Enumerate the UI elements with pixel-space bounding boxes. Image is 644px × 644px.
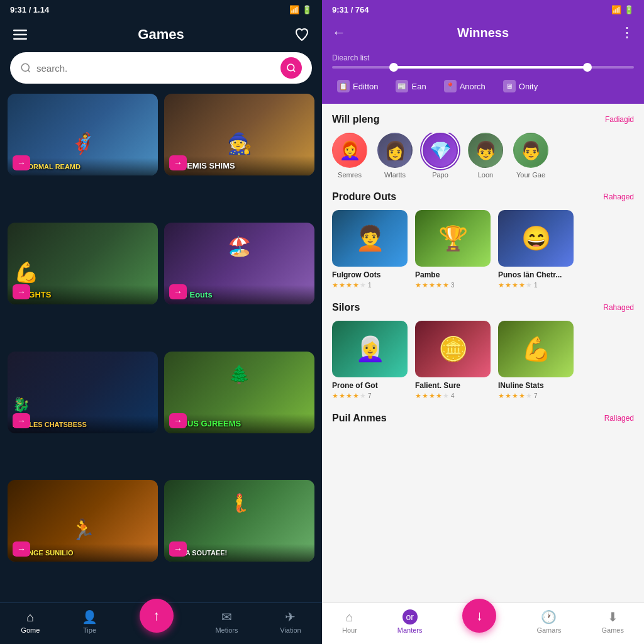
avatars-row: 👩‍🦰 Semres 👩 Wlartts 💎 Papo — [332, 133, 634, 179]
game-inuline[interactable]: 💪 INuline Stats ★ ★ ★ ★ ★ 7 — [498, 321, 574, 400]
game-arrow-7[interactable]: → — [13, 541, 30, 557]
right-filter-bar: Diearch list 📋 Editton 📰 Ean 📍 Anorch — [322, 50, 644, 104]
range-thumb-right[interactable] — [583, 63, 592, 72]
filter-tab-anorch[interactable]: 📍 Anorch — [439, 77, 491, 95]
avatar-loon[interactable]: 👦 Loon — [468, 133, 503, 179]
produre-outs-section: Produre Outs Rahaged 🧑‍🦱 Fulgrow Oots ★ … — [332, 191, 634, 289]
signal-icon: 📶 — [289, 5, 299, 14]
game-arrow-8[interactable]: → — [169, 541, 187, 557]
plane-icon-left: ✈ — [285, 609, 296, 625]
game-card-3[interactable]: 💪 WINGHTS → — [8, 223, 158, 304]
range-slider[interactable] — [332, 66, 634, 69]
game-title-pambe: Pambe — [415, 270, 491, 279]
avatar-name-loon: Loon — [478, 171, 493, 179]
game-thumb-punos: 😄 — [498, 210, 574, 267]
game-thumb-prone: 👩‍🦳 — [332, 321, 408, 377]
onity-icon: 🖥 — [503, 80, 516, 92]
svg-point-3 — [21, 64, 29, 71]
range-thumb-left[interactable] — [389, 63, 398, 72]
will-playing-header: Will pleng Fadiagid — [332, 114, 634, 125]
game-arrow-4[interactable]: → — [169, 284, 187, 299]
game-title-prone: Prone of Got — [332, 381, 408, 390]
editton-icon: 📋 — [337, 80, 350, 92]
silors-link[interactable]: Rahaged — [603, 303, 634, 312]
will-playing-title: Will pleng — [332, 114, 379, 125]
will-playing-link[interactable]: Fadiagid — [605, 115, 634, 124]
filter-tab-ean[interactable]: 📰 Ean — [391, 77, 431, 95]
avatar-name-yourgae: Your Gae — [516, 171, 545, 179]
menu-icon[interactable] — [10, 25, 30, 45]
avatar-circle-wlartts: 👩 — [377, 133, 413, 168]
puil-anmes-title: Puil Anmes — [332, 413, 387, 424]
avatar-papo[interactable]: 💎 Papo — [423, 133, 458, 179]
avatar-yourgae[interactable]: 👨 Your Gae — [513, 133, 548, 179]
silors-title: Silors — [332, 302, 360, 313]
game-thumb-fulgrow: 🧑‍🦱 — [332, 210, 408, 267]
left-nav-viation-label: Viation — [280, 626, 301, 634]
right-signal-icon: 📶 — [611, 5, 621, 14]
right-nav-gamars[interactable]: 🕐 Gamars — [536, 609, 561, 634]
game-fulgrow[interactable]: 🧑‍🦱 Fulgrow Oots ★ ★ ★ ★ ★ 1 — [332, 210, 408, 289]
game-card-7[interactable]: 🏃 ROONGE SUNILIO → — [8, 480, 158, 562]
right-nav-hour[interactable]: ⌂ Hour — [342, 610, 357, 634]
more-button[interactable]: ⋮ — [620, 25, 634, 41]
game-arrow-6[interactable]: → — [169, 413, 187, 428]
range-fill — [392, 66, 589, 69]
right-status-icons: 📶 🔋 — [611, 5, 634, 14]
filter-label: Diearch list — [332, 53, 634, 62]
back-button[interactable]: ← — [332, 25, 346, 41]
left-nav-gome-label: Gome — [21, 626, 40, 634]
right-nav-manters[interactable]: or Manters — [397, 609, 423, 634]
game-arrow-2[interactable]: → — [169, 155, 187, 170]
game-thumb-inuline: 💪 — [498, 321, 574, 377]
game-prone[interactable]: 👩‍🦳 Prone of Got ★ ★ ★ ★ ★ 7 — [332, 321, 408, 400]
game-card-1[interactable]: 🦸 ORKORMAL REAMD → — [8, 94, 158, 175]
right-nav-hour-label: Hour — [342, 626, 357, 634]
game-card-8[interactable]: 🧜 ROMA SOUTAEE! → — [164, 480, 314, 562]
left-fab-button[interactable]: ↑ — [140, 599, 174, 633]
right-header: 9:31 / 764 📶 🔋 ← Winness ⋮ Diearch list … — [322, 0, 644, 104]
filter-tab-onity[interactable]: 🖥 Onity — [498, 77, 543, 95]
puil-anmes-link[interactable]: Raliaged — [604, 414, 634, 423]
produre-outs-link[interactable]: Rahaged — [603, 192, 634, 201]
right-fab-button[interactable]: ↓ — [462, 599, 496, 633]
game-punos[interactable]: 😄 Punos lān Chetr... ★ ★ ★ ★ ★ 1 — [498, 210, 574, 289]
game-card-5[interactable]: 🐉 BIAELES CHATSBESS → — [8, 352, 158, 433]
silors-header: Silors Rahaged — [332, 302, 634, 313]
left-nav-metiors[interactable]: ✉ Metiors — [215, 609, 238, 634]
silors-section: Silors Rahaged 👩‍🦳 Prone of Got ★ ★ ★ ★ … — [332, 302, 634, 400]
left-nav-viation[interactable]: ✈ Viation — [280, 609, 301, 634]
svg-rect-0 — [13, 30, 27, 31]
right-panel: 9:31 / 764 📶 🔋 ← Winness ⋮ Diearch list … — [322, 0, 644, 644]
left-status-bar: 9:31 / 1.14 📶 🔋 — [0, 0, 322, 19]
heart-icon[interactable] — [292, 25, 312, 45]
filter-tab-editton[interactable]: 📋 Editton — [332, 77, 383, 95]
avatar-circle-papo: 💎 — [423, 133, 458, 168]
game-card-4[interactable]: 🏖️ Gish Eouts → — [164, 223, 314, 304]
game-card-6[interactable]: 🌲 VOGUS GJREEMS → — [164, 352, 314, 433]
game-falient[interactable]: 🪙 Falient. Sure ★ ★ ★ ★ ★ 4 — [415, 321, 491, 400]
search-input[interactable] — [36, 63, 275, 74]
search-button[interactable] — [280, 57, 302, 79]
game-title-punos: Punos lān Chetr... — [498, 270, 574, 279]
right-nav-games-label: Games — [602, 626, 624, 634]
avatar-semres[interactable]: 👩‍🦰 Semres — [332, 133, 367, 179]
avatar-circle-yourgae: 👨 — [513, 133, 548, 168]
game-stars-punos: ★ ★ ★ ★ ★ 1 — [498, 281, 574, 289]
game-arrow-5[interactable]: → — [13, 413, 30, 428]
avatar-circle-semres: 👩‍🦰 — [332, 133, 367, 168]
game-pambe[interactable]: 🏆 Pambe ★ ★ ★ ★ ★ 3 — [415, 210, 491, 289]
anorch-icon: 📍 — [444, 80, 457, 92]
game-arrow-3[interactable]: → — [13, 284, 30, 299]
left-header: Games — [0, 19, 322, 52]
right-status-bar: 9:31 / 764 📶 🔋 — [322, 0, 644, 19]
left-nav-tipe[interactable]: 👤 Tipe — [82, 609, 97, 634]
ean-icon: 📰 — [396, 80, 408, 92]
right-nav-games[interactable]: ⬇ Games — [602, 609, 624, 634]
game-card-2[interactable]: 🧙 SODEMIS SHIMS → — [164, 94, 314, 175]
game-arrow-1[interactable]: → — [13, 155, 30, 170]
left-nav-gome[interactable]: ⌂ Gome — [21, 610, 40, 634]
avatar-wlartts[interactable]: 👩 Wlartts — [377, 133, 413, 179]
left-bottom-nav: ⌂ Gome 👤 Tipe ↑ ✉ Metiors ✈ Viation — [0, 602, 322, 644]
home-icon-left: ⌂ — [26, 610, 34, 625]
